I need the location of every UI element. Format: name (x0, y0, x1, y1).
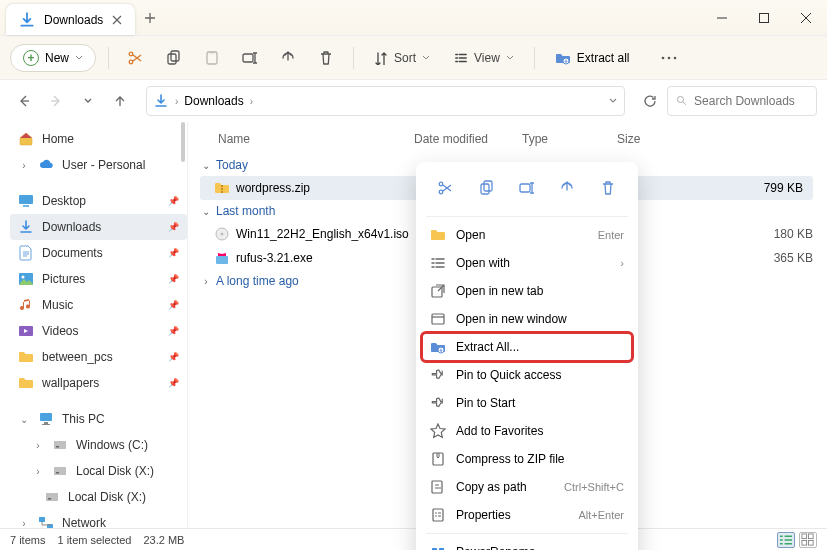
video-icon (18, 323, 34, 339)
power-rename-icon (430, 544, 446, 550)
pin-icon: 📌 (168, 274, 179, 284)
ctx-add-favorites[interactable]: Add to Favorites (422, 417, 632, 445)
ctx-properties[interactable]: PropertiesAlt+Enter (422, 501, 632, 529)
copy-button[interactable] (159, 43, 189, 73)
ctx-compress[interactable]: Compress to ZIP file (422, 445, 632, 473)
ctx-copy-path[interactable]: Copy as pathCtrl+Shift+C (422, 473, 632, 501)
ctx-open-new-window[interactable]: Open in new window (422, 305, 632, 333)
chevron-right-icon[interactable]: › (18, 518, 30, 529)
recent-button[interactable] (74, 87, 102, 115)
maximize-button[interactable] (743, 0, 785, 35)
sidebar-item-windows-c[interactable]: ›Windows (C:) (10, 432, 187, 458)
col-name[interactable]: Name (218, 132, 414, 146)
pc-icon (38, 411, 54, 427)
sidebar-item-this-pc[interactable]: ⌄This PC (10, 406, 187, 432)
sidebar-item-desktop[interactable]: Desktop📌 (10, 188, 187, 214)
scissors-icon (128, 50, 144, 66)
chevron-right-icon[interactable]: › (32, 466, 44, 477)
copy-icon (479, 180, 495, 196)
extract-icon (430, 339, 446, 355)
col-type[interactable]: Type (522, 132, 617, 146)
svg-point-41 (673, 56, 676, 59)
properties-icon (430, 507, 446, 523)
back-button[interactable] (10, 87, 38, 115)
sort-button[interactable]: Sort (366, 47, 438, 69)
paste-icon (204, 50, 220, 66)
svg-point-40 (667, 56, 670, 59)
sidebar-item-pictures[interactable]: Pictures📌 (10, 266, 187, 292)
sidebar-item-music[interactable]: Music📌 (10, 292, 187, 318)
paste-button[interactable] (197, 43, 227, 73)
rename-button[interactable] (235, 43, 265, 73)
minimize-button[interactable] (701, 0, 743, 35)
ctx-open-new-tab[interactable]: Open in new tab (422, 277, 632, 305)
chevron-right-icon[interactable]: › (32, 440, 44, 451)
svg-rect-38 (760, 13, 769, 22)
close-window-button[interactable] (785, 0, 827, 35)
ctx-extract-all[interactable]: Extract All... (422, 333, 632, 361)
sidebar-item-local-disk-x2[interactable]: Local Disk (X:) (10, 484, 187, 510)
ctx-power-rename[interactable]: PowerRename (422, 538, 632, 550)
exe-icon (214, 250, 230, 266)
chevron-right-icon[interactable]: › (18, 160, 30, 171)
breadcrumb[interactable]: Downloads (184, 94, 243, 108)
sidebar-item-local-disk-x[interactable]: ›Local Disk (X:) (10, 458, 187, 484)
sidebar-item-downloads[interactable]: Downloads📌 (10, 214, 187, 240)
rename-icon (519, 180, 535, 196)
ctx-delete-button[interactable] (594, 174, 622, 202)
ctx-pin-start[interactable]: Pin to Start (422, 389, 632, 417)
scissors-icon (438, 180, 454, 196)
chevron-down-icon[interactable]: ⌄ (18, 414, 30, 425)
search-input[interactable] (694, 94, 808, 108)
sidebar-item-user[interactable]: ›User - Personal (10, 152, 187, 178)
star-icon (430, 423, 446, 439)
address-bar[interactable]: › Downloads › (146, 86, 625, 116)
refresh-button[interactable] (637, 88, 663, 114)
new-tab-icon (430, 283, 446, 299)
more-button[interactable] (654, 43, 684, 73)
maximize-icon (758, 12, 770, 24)
new-button[interactable]: + New (10, 44, 96, 72)
sidebar-item-network[interactable]: ›Network (10, 510, 187, 528)
arrow-right-icon (49, 94, 63, 108)
tab-downloads[interactable]: Downloads (6, 4, 135, 35)
share-button[interactable] (273, 43, 303, 73)
new-tab-button[interactable] (135, 0, 165, 35)
ctx-open-with[interactable]: Open with› (422, 249, 632, 277)
forward-button[interactable] (42, 87, 70, 115)
sidebar-item-between-pcs[interactable]: between_pcs📌 (10, 344, 187, 370)
document-icon (18, 245, 34, 261)
chevron-down-icon: ⌄ (200, 160, 212, 171)
view-button[interactable]: View (446, 47, 522, 69)
ctx-share-button[interactable] (553, 174, 581, 202)
copy-path-icon (430, 479, 446, 495)
toolbar: + New Sort View Extract all (0, 36, 827, 80)
extract-all-button[interactable]: Extract all (547, 46, 638, 70)
ctx-rename-button[interactable] (513, 174, 541, 202)
ctx-cut-button[interactable] (432, 174, 460, 202)
large-icons-button[interactable] (799, 532, 817, 548)
context-menu: OpenEnter Open with› Open in new tab Ope… (416, 162, 638, 550)
ctx-pin-quick[interactable]: Pin to Quick access (422, 361, 632, 389)
col-size[interactable]: Size (617, 132, 640, 146)
chevron-down-icon (75, 54, 83, 62)
search-box[interactable] (667, 86, 817, 116)
pin-icon: 📌 (168, 248, 179, 258)
up-button[interactable] (106, 87, 134, 115)
share-icon (280, 50, 296, 66)
sidebar-item-home[interactable]: Home (10, 126, 187, 152)
chevron-down-icon[interactable] (608, 96, 618, 106)
close-icon[interactable] (111, 14, 123, 26)
sidebar-item-videos[interactable]: Videos📌 (10, 318, 187, 344)
cut-button[interactable] (121, 43, 151, 73)
col-date[interactable]: Date modified (414, 132, 522, 146)
sidebar-item-wallpapers[interactable]: wallpapers📌 (10, 370, 187, 396)
delete-button[interactable] (311, 43, 341, 73)
sidebar-item-documents[interactable]: Documents📌 (10, 240, 187, 266)
refresh-icon (643, 94, 657, 108)
pin-icon (430, 395, 446, 411)
ctx-copy-button[interactable] (473, 174, 501, 202)
copy-icon (166, 50, 182, 66)
details-view-button[interactable] (777, 532, 795, 548)
ctx-open[interactable]: OpenEnter (422, 221, 632, 249)
